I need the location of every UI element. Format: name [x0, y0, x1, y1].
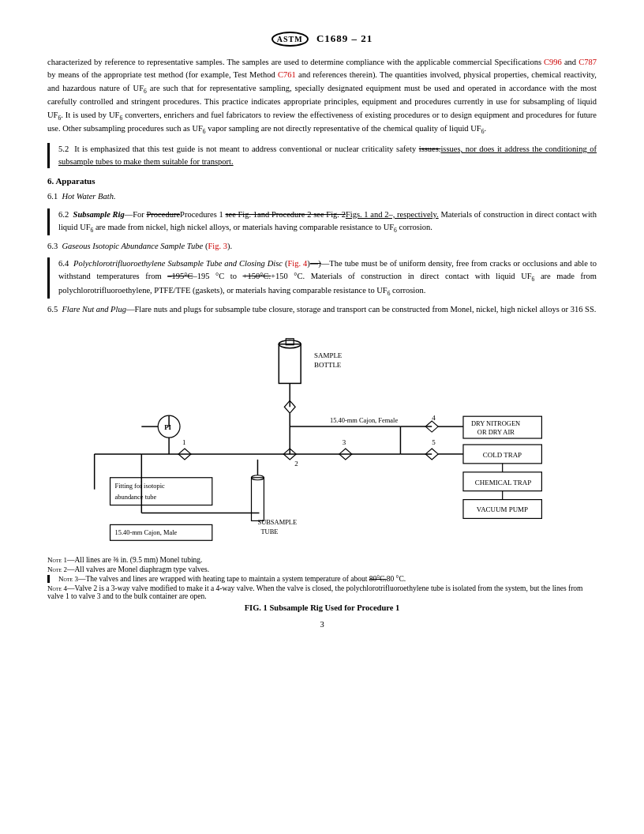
section-64-container: 6.4 Polychlorotrifluoroethylene Subsampl… — [47, 257, 597, 299]
chemical-trap-label: CHEMICAL TRAP — [475, 479, 531, 486]
valve4-label: 4 — [432, 414, 436, 422]
diagram-svg: SAMPLE BOTTLE 1 2 3 15.40-mm — [47, 332, 597, 553]
s64-strike1: —) — [310, 259, 321, 268]
section-64-num: 6.4 — [58, 259, 69, 268]
section-61-num: 6.1 — [47, 192, 58, 201]
svg-rect-0 — [279, 344, 301, 384]
note-4: Note 4—Valve 2 is a 3-way valve modified… — [47, 584, 597, 600]
section-63: 6.3 Gaseous Isotopic Abundance Sample Tu… — [47, 240, 597, 253]
figure-1-area: SAMPLE BOTTLE 1 2 3 15.40-mm — [47, 332, 597, 612]
section-52-num: 5.2 — [58, 145, 69, 153]
strikethrough-issues: issues. — [419, 145, 441, 153]
pi-label: PI — [164, 423, 171, 431]
document-title: C1689 – 21 — [316, 32, 373, 44]
ref-c761[interactable]: C761 — [278, 70, 296, 79]
notes-area: Note 1—All lines are ⅜ in. (9.5 mm) Mone… — [47, 556, 597, 600]
section-62-label: Subsample Rig — [73, 210, 125, 219]
dry-nitrogen-label2: OR DRY AIR — [477, 428, 515, 436]
fitting-label2: abundance tube — [115, 493, 157, 501]
valve3-label: 3 — [343, 438, 346, 446]
intro-paragraph: characterized by reference to representa… — [47, 56, 597, 137]
section-6-heading: 6. Apparatus — [47, 176, 597, 186]
section-63-num: 6.3 — [47, 242, 58, 250]
sample-bottle-label: SAMPLE — [314, 351, 343, 359]
section-64-label: Polychlorotrifluoroethylene Subsample Tu… — [73, 259, 283, 268]
section-65-label: Flare Nut and Plug — [62, 305, 126, 314]
note-3-container: Note 3—The valves and lines are wrapped … — [47, 575, 597, 583]
page-header: ASTM C1689 – 21 — [47, 32, 597, 47]
underline-text-52: issues, nor does it address the conditio… — [58, 145, 597, 166]
s62-strike2: see Fig. 1and Procedure 2 see Fig. 2 — [225, 210, 346, 219]
section-61: 6.1 Hot Water Bath. — [47, 190, 597, 203]
ref-fig4[interactable]: Fig. 4 — [287, 259, 307, 268]
diagram-container: SAMPLE BOTTLE 1 2 3 15.40-mm — [47, 332, 597, 553]
s62-strike1: Procedure — [146, 210, 180, 219]
figure-caption: FIG. 1 Subsample Rig Used for Procedure … — [47, 603, 597, 612]
section-52: 5.2 It is emphasized that this test guid… — [58, 143, 597, 169]
cajon-female-label: 15.40-mm Cajon, Female — [330, 416, 398, 424]
s64-strike3: +150°C. — [243, 272, 271, 280]
ref-c996[interactable]: C996 — [544, 58, 562, 66]
valve2-label: 2 — [294, 460, 298, 468]
fitting-label1: Fitting for isotopic — [115, 482, 166, 490]
note-2: Note 2—All valves are Monel diaphragm ty… — [47, 565, 597, 573]
section-61-label: Hot Water Bath. — [62, 192, 115, 201]
note-3: Note 3—The valves and lines are wrapped … — [58, 575, 597, 583]
svg-rect-32 — [252, 478, 264, 521]
s62-underline: Figs. 1 and 2–, respectively. — [346, 210, 439, 219]
note3-strike: 80°C. — [369, 575, 387, 583]
dry-nitrogen-label1: DRY NITROGEN — [471, 419, 520, 427]
cajon-male-label: 15.40-mm Cajon, Male — [115, 528, 178, 536]
section-65: 6.5 Flare Nut and Plug—Flare nuts and pl… — [47, 303, 597, 316]
note-1: Note 1—All lines are ⅜ in. (9.5 mm) Mone… — [47, 556, 597, 564]
cold-trap-label: COLD TRAP — [483, 451, 522, 459]
vacuum-pump-label: VACUUM PUMP — [477, 505, 528, 513]
ref-fig3[interactable]: Fig. 3 — [208, 242, 227, 250]
astm-logo: ASTM — [271, 32, 309, 47]
section-62-container: 6.2 Subsample Rig—For ProcedureProcedure… — [47, 208, 597, 235]
section-64: 6.4 Polychlorotrifluoroethylene Subsampl… — [58, 257, 597, 299]
section-62-num: 6.2 — [58, 210, 69, 219]
sample-bottle-label2: BOTTLE — [314, 361, 342, 369]
page-number: 3 — [47, 620, 597, 629]
section-63-label: Gaseous Isotopic Abundance Sample Tube — [62, 242, 203, 250]
subsample-tube-label2: TUBE — [260, 528, 278, 535]
valve1-label: 1 — [182, 438, 185, 446]
valve5-label: 5 — [432, 438, 436, 446]
section-65-num: 6.5 — [47, 305, 58, 314]
s64-strike2: –195°C — [167, 272, 193, 280]
section-62: 6.2 Subsample Rig—For ProcedureProcedure… — [58, 208, 597, 235]
section-52-container: 5.2 It is emphasized that this test guid… — [47, 143, 597, 169]
ref-c787[interactable]: C787 — [578, 58, 597, 66]
